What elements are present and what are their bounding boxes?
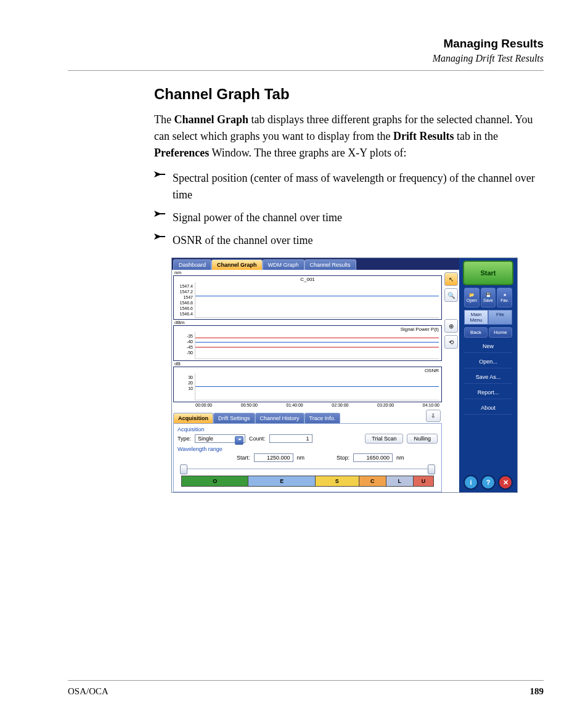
star-icon: ★ — [503, 293, 507, 298]
open-button[interactable]: 📂Open — [464, 288, 480, 307]
acquisition-panel: Acquisition Type: Single Count: 1 Trial … — [173, 424, 442, 492]
close-icon: ✕ — [503, 479, 508, 487]
bullet-arrow-icon — [154, 209, 165, 226]
chart1-title: C_001 — [300, 277, 315, 282]
keyboard-toggle-button[interactable]: ⇩ — [426, 410, 441, 422]
wavelength-slider[interactable] — [178, 465, 438, 473]
side-panel: Start 📂Open 💾Save ★Fav. Main Menu File B… — [459, 258, 517, 492]
home-button[interactable]: Home — [489, 327, 512, 338]
band-u: U — [414, 476, 433, 486]
band-o: O — [182, 476, 248, 486]
back-button[interactable]: Back — [464, 327, 488, 338]
start-input[interactable]: 1250.000 — [254, 453, 293, 462]
band-c: C — [359, 476, 386, 486]
tab-channel-results[interactable]: Channel Results — [304, 259, 356, 270]
chart-wavelength: C_001 1547.41547.215471546.81546.61546.4 — [173, 275, 442, 320]
section-title: Channel Graph Tab — [154, 86, 544, 103]
tab-channel-graph[interactable]: Channel Graph — [211, 259, 263, 270]
chart1-unit: nm — [173, 270, 442, 275]
tab-dashboard[interactable]: Dashboard — [173, 259, 211, 270]
chart1-yticks: 1547.41547.215471546.81546.61546.4 — [174, 283, 193, 317]
menu-new[interactable]: New — [464, 340, 512, 353]
tab-wdm-graph[interactable]: WDM Graph — [263, 259, 304, 270]
start-button[interactable]: Start — [463, 261, 513, 285]
tab-trace-info[interactable]: Trace Info. — [304, 413, 341, 423]
type-select[interactable]: Single — [195, 434, 245, 443]
trial-scan-button[interactable]: Trial Scan — [365, 434, 403, 444]
band-s: S — [316, 476, 359, 486]
stop-label: Stop: — [337, 455, 349, 461]
nulling-button[interactable]: Nulling — [407, 434, 438, 444]
pointer-tool-button[interactable]: ↖ — [444, 272, 458, 286]
zoom-in-icon: ⊕ — [449, 323, 454, 330]
bullet-arrow-icon — [154, 170, 165, 203]
magnifier-icon: 🔍 — [447, 292, 455, 299]
save-button[interactable]: 💾Save — [481, 288, 496, 307]
wavelength-band-bar: O E S C L U — [181, 476, 434, 487]
tab-drift-settings[interactable]: Drift Settings — [213, 413, 255, 423]
count-input[interactable]: 1 — [269, 434, 312, 443]
stop-input[interactable]: 1650.000 — [353, 453, 393, 462]
tab-main-menu[interactable]: Main Menu — [464, 310, 488, 325]
zoom-reset-icon: ⟲ — [449, 339, 454, 346]
type-label: Type: — [178, 436, 191, 442]
help-icon: ? — [486, 479, 491, 486]
tab-file[interactable]: File — [488, 310, 512, 325]
footer-rule — [68, 680, 544, 681]
slider-thumb-stop[interactable] — [428, 465, 435, 474]
chart2-unit: dBm — [173, 320, 442, 325]
band-e: E — [248, 476, 315, 486]
main-tab-bar: Dashboard Channel Graph WDM Graph Channe… — [172, 258, 459, 270]
chart-toolbar: ↖ 🔍 ⊕ ⟲ — [443, 270, 459, 492]
bottom-tab-bar: Acquisition Drift Settings Channel Histo… — [173, 410, 442, 424]
zoom-in-button[interactable]: ⊕ — [444, 319, 458, 333]
chart-xticks: 00:00:0000:50:0001:40:0002:30:0003:20:00… — [173, 402, 442, 408]
info-icon: i — [470, 479, 472, 486]
header-rule — [68, 70, 544, 71]
menu-open[interactable]: Open... — [464, 355, 512, 368]
chart-osnr: OSNR 302010 — [173, 367, 442, 402]
band-l: L — [386, 476, 414, 486]
start-unit: nm — [297, 455, 305, 461]
wavelength-range-label: Wavelength range — [178, 446, 438, 452]
chevron-down-icon: ⇩ — [431, 413, 436, 419]
tab-channel-history[interactable]: Channel History — [255, 413, 304, 423]
chart2-yticks: -35-40-45-50 — [174, 333, 193, 355]
stop-unit: nm — [396, 455, 404, 461]
favorite-button[interactable]: ★Fav. — [497, 288, 512, 307]
menu-report[interactable]: Report... — [464, 386, 512, 399]
zoom-reset-button[interactable]: ⟲ — [444, 335, 458, 349]
info-button[interactable]: i — [463, 475, 478, 490]
app-window: Dashboard Channel Graph WDM Graph Channe… — [171, 258, 518, 493]
acquisition-group-label: Acquisition — [178, 426, 438, 432]
bullet-item: Signal power of the channel over time — [154, 209, 544, 226]
footer-product: OSA/OCA — [68, 686, 108, 697]
cursor-icon: ↖ — [449, 276, 454, 283]
header-title: Managing Results — [68, 37, 544, 51]
folder-open-icon: 📂 — [469, 293, 475, 298]
page-number: 189 — [530, 686, 544, 697]
start-label: Start: — [237, 455, 250, 461]
chart-signal-power: Signal Power P(t) -35-40-45-50 — [173, 325, 442, 361]
zoom-tool-button[interactable]: 🔍 — [444, 288, 458, 302]
bullet-arrow-icon — [154, 232, 165, 249]
menu-about[interactable]: About — [464, 402, 512, 415]
tab-acquisition[interactable]: Acquisition — [173, 413, 213, 423]
slider-thumb-start[interactable] — [180, 465, 187, 474]
chart3-title: OSNR — [425, 368, 439, 373]
chart3-unit: dB — [173, 361, 442, 367]
chart3-yticks: 302010 — [174, 375, 193, 391]
bullet-item: Spectral position (center of mass of wav… — [154, 170, 544, 203]
header-subtitle: Managing Drift Test Results — [68, 53, 544, 64]
bullet-item: OSNR of the channel over time — [154, 232, 544, 249]
chart2-title: Signal Power P(t) — [401, 327, 439, 332]
menu-save-as[interactable]: Save As... — [464, 371, 512, 384]
intro-paragraph: The Channel Graph tab displays three dif… — [154, 112, 544, 161]
close-button[interactable]: ✕ — [498, 475, 513, 490]
help-button[interactable]: ? — [481, 475, 496, 490]
count-label: Count: — [249, 436, 266, 442]
save-icon: 💾 — [486, 293, 491, 298]
